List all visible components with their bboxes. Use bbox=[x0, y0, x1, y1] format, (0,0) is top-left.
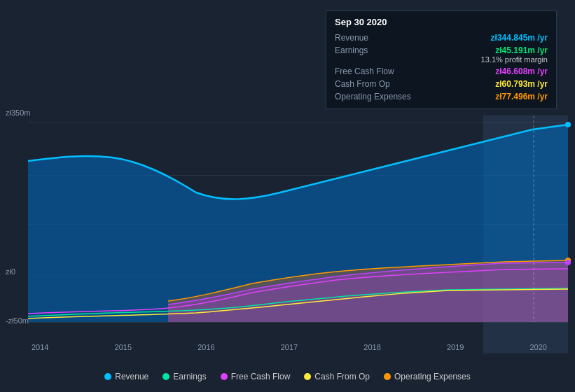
purple-dot bbox=[565, 260, 571, 265]
tooltip-value-opex: zł77.496m /yr bbox=[495, 92, 548, 102]
x-label-2017: 2017 bbox=[281, 343, 298, 351]
tooltip-title: Sep 30 2020 bbox=[335, 17, 548, 27]
tooltip-row-cashfromop: Cash From Op zł60.793m /yr bbox=[335, 78, 548, 90]
legend-item-revenue[interactable]: Revenue bbox=[104, 372, 148, 382]
tooltip-label-freecash: Free Cash Flow bbox=[335, 66, 394, 76]
legend-dot-freecash bbox=[221, 373, 228, 380]
legend-dot-opex bbox=[384, 373, 391, 380]
legend-label-earnings: Earnings bbox=[173, 372, 206, 382]
x-label-2019: 2019 bbox=[447, 343, 464, 351]
tooltip-value-earnings: zł45.191m /yr bbox=[495, 46, 548, 55]
x-label-2016: 2016 bbox=[198, 343, 214, 351]
legend-label-opex: Operating Expenses bbox=[394, 372, 471, 382]
legend-dot-revenue bbox=[104, 373, 111, 380]
tooltip-value-revenue: zł344.845m /yr bbox=[491, 33, 548, 43]
tooltip-label-revenue: Revenue bbox=[335, 33, 368, 43]
x-labels: 2014 2015 2016 2017 2018 2019 2020 bbox=[0, 343, 575, 351]
legend-dot-cashfromop bbox=[304, 373, 311, 380]
legend-item-earnings[interactable]: Earnings bbox=[162, 372, 206, 382]
legend-label-cashfromop: Cash From Op bbox=[314, 372, 370, 382]
tooltip-label-earnings: Earnings bbox=[335, 46, 368, 55]
tooltip-label-cashfromop: Cash From Op bbox=[335, 79, 390, 89]
legend-label-revenue: Revenue bbox=[115, 372, 148, 382]
tooltip-row-opex: Operating Expenses zł77.496m /yr bbox=[335, 90, 548, 103]
x-label-2020: 2020 bbox=[529, 343, 546, 351]
legend-item-cashfromop[interactable]: Cash From Op bbox=[304, 372, 370, 382]
profit-margin-row: 13.1% profit margin bbox=[335, 55, 548, 64]
x-label-2015: 2015 bbox=[115, 343, 132, 351]
x-label-2014: 2014 bbox=[32, 343, 48, 351]
legend: Revenue Earnings Free Cash Flow Cash Fro… bbox=[0, 372, 575, 382]
tooltip-value-cashfromop: zł60.793m /yr bbox=[495, 79, 548, 89]
legend-item-freecash[interactable]: Free Cash Flow bbox=[221, 372, 291, 382]
x-label-2018: 2018 bbox=[363, 343, 380, 351]
tooltip-label-opex: Operating Expenses bbox=[335, 92, 411, 102]
legend-item-opex[interactable]: Operating Expenses bbox=[384, 372, 471, 382]
tooltip-value-freecash: zł46.608m /yr bbox=[495, 66, 548, 76]
legend-label-freecash: Free Cash Flow bbox=[231, 372, 291, 382]
tooltip-row-revenue: Revenue zł344.845m /yr bbox=[335, 31, 548, 44]
chart-container: Sep 30 2020 Revenue zł344.845m /yr Earni… bbox=[0, 0, 575, 392]
revenue-dot bbox=[565, 122, 571, 127]
profit-margin-text: 13.1% profit margin bbox=[481, 55, 548, 64]
legend-dot-earnings bbox=[162, 373, 169, 380]
tooltip-box: Sep 30 2020 Revenue zł344.845m /yr Earni… bbox=[326, 10, 557, 109]
tooltip-row-freecash: Free Cash Flow zł46.608m /yr bbox=[335, 65, 548, 78]
